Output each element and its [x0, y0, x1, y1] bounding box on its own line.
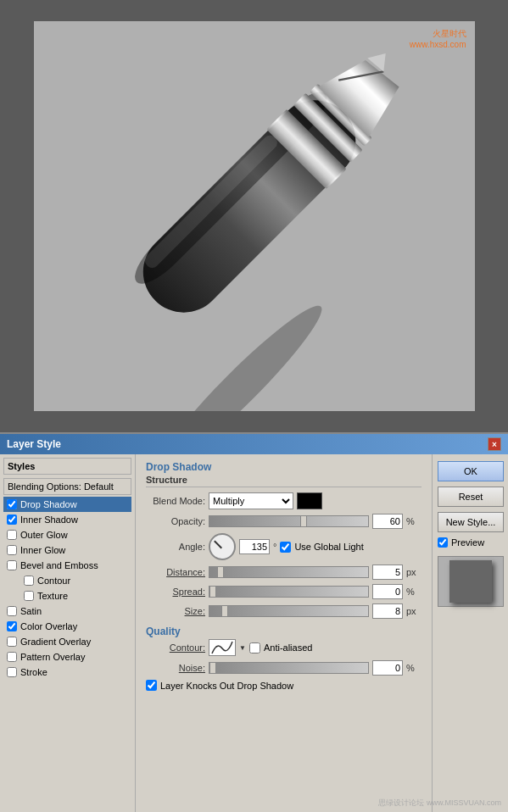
drop-shadow-label: Drop Shadow — [20, 499, 77, 509]
angle-dial[interactable] — [209, 533, 236, 560]
spread-slider-container: % — [209, 584, 421, 599]
angle-value-input[interactable] — [239, 539, 270, 554]
distance-slider-container: px — [209, 565, 421, 580]
inner-shadow-checkbox[interactable] — [7, 514, 17, 525]
drop-shadow-checkbox[interactable] — [7, 499, 17, 509]
close-button[interactable]: × — [488, 437, 501, 451]
satin-checkbox[interactable] — [7, 606, 17, 616]
layer-knocks-checkbox[interactable] — [146, 680, 157, 691]
style-item-contour[interactable]: Contour — [3, 573, 131, 588]
inner-glow-checkbox[interactable] — [7, 545, 17, 555]
angle-label: Angle: — [146, 542, 205, 552]
style-item-pattern-overlay[interactable]: Pattern Overlay — [3, 649, 131, 665]
drop-shadow-section-title: Drop Shadow — [146, 461, 421, 473]
spread-row: Spread: % — [146, 584, 421, 599]
outer-glow-checkbox[interactable] — [7, 530, 17, 540]
outer-glow-label: Outer Glow — [20, 530, 68, 540]
style-item-stroke[interactable]: Stroke — [3, 665, 131, 680]
distance-slider[interactable] — [209, 566, 369, 578]
use-global-light-text: Use Global Light — [294, 542, 363, 552]
style-item-texture[interactable]: Texture — [3, 588, 131, 603]
new-style-button[interactable]: New Style... — [438, 512, 504, 532]
distance-label: Distance: — [146, 567, 205, 577]
style-item-outer-glow[interactable]: Outer Glow — [3, 527, 131, 542]
noise-value-input[interactable] — [372, 660, 403, 676]
contour-label: Contour — [37, 576, 70, 586]
preview-inner — [449, 560, 492, 603]
style-item-inner-glow[interactable]: Inner Glow — [3, 542, 131, 558]
distance-unit: px — [406, 567, 421, 577]
buttons-panel: OK Reset New Style... Preview — [432, 454, 508, 812]
style-item-inner-shadow[interactable]: Inner Shadow — [3, 512, 131, 527]
structure-label: Structure — [146, 475, 421, 487]
angle-row: Angle: ° Use Global Light — [146, 533, 421, 560]
shadow-color-swatch[interactable] — [297, 492, 322, 509]
bevel-emboss-label: Bevel and Emboss — [20, 560, 98, 570]
dialog-title: Layer Style — [7, 438, 61, 450]
noise-slider-container: % — [209, 660, 421, 676]
style-item-color-overlay[interactable]: Color Overlay — [3, 619, 131, 634]
blend-mode-select[interactable]: Multiply Normal Screen Overlay — [209, 492, 293, 509]
blending-options[interactable]: Blending Options: Default — [3, 478, 131, 495]
ok-button[interactable]: OK — [438, 461, 504, 481]
inner-glow-label: Inner Glow — [20, 545, 65, 555]
opacity-slider[interactable] — [209, 515, 369, 527]
stroke-checkbox[interactable] — [7, 667, 17, 677]
spread-value-input[interactable] — [372, 584, 403, 599]
distance-value-input[interactable] — [372, 565, 403, 580]
blend-mode-row: Blend Mode: Multiply Normal Screen Overl… — [146, 492, 421, 509]
gradient-overlay-checkbox[interactable] — [7, 637, 17, 647]
preview-checkbox[interactable] — [438, 537, 448, 548]
canvas-area: 火星时代 www.hxsd.com — [0, 0, 508, 432]
svg-rect-1 — [126, 84, 372, 330]
left-panel: Styles Blending Options: Default Drop Sh… — [0, 454, 136, 812]
style-item-bevel-emboss[interactable]: Bevel and Emboss — [3, 558, 131, 573]
svg-point-0 — [147, 294, 332, 411]
opacity-unit: % — [406, 516, 421, 526]
preview-label[interactable]: Preview — [438, 537, 503, 548]
contour-preview[interactable] — [209, 639, 236, 656]
size-slider[interactable] — [209, 605, 369, 617]
noise-slider[interactable] — [209, 662, 369, 674]
color-overlay-checkbox[interactable] — [7, 621, 17, 631]
anti-alias-checkbox[interactable] — [249, 642, 260, 653]
reset-button[interactable]: Reset — [438, 487, 504, 507]
contour-row: Contour: ▼ Anti-aliased — [146, 639, 421, 656]
quality-title: Quality — [146, 626, 421, 637]
pen-illustration — [34, 21, 475, 411]
styles-label: Styles — [3, 458, 131, 475]
style-item-drop-shadow[interactable]: Drop Shadow — [3, 497, 131, 512]
opacity-value-input[interactable] — [372, 514, 403, 529]
style-item-satin[interactable]: Satin — [3, 603, 131, 619]
size-unit: px — [406, 606, 421, 616]
bevel-emboss-checkbox[interactable] — [7, 560, 17, 570]
satin-label: Satin — [20, 606, 42, 616]
blend-mode-label: Blend Mode: — [146, 496, 205, 506]
size-slider-container: px — [209, 603, 421, 619]
style-item-gradient-overlay[interactable]: Gradient Overlay — [3, 634, 131, 649]
use-global-light-checkbox[interactable] — [280, 542, 291, 553]
pattern-overlay-checkbox[interactable] — [7, 652, 17, 662]
layer-style-dialog: Layer Style × Styles Blending Options: D… — [0, 432, 508, 812]
preview-text: Preview — [451, 537, 484, 548]
spread-unit: % — [406, 587, 421, 597]
noise-label: Noise: — [146, 663, 205, 673]
layer-knocks-label: Layer Knocks Out Drop Shadow — [160, 681, 293, 691]
contour-checkbox[interactable] — [24, 576, 34, 586]
spread-slider[interactable] — [209, 586, 369, 598]
right-panel: Drop Shadow Structure Blend Mode: Multip… — [136, 454, 432, 812]
quality-section: Quality Contour: ▼ Anti-aliased — [146, 626, 421, 691]
dial-indicator — [214, 541, 222, 549]
distance-row: Distance: px — [146, 565, 421, 580]
size-value-input[interactable] — [372, 603, 403, 619]
inner-shadow-label: Inner Shadow — [20, 514, 78, 525]
bottom-watermark: 思绿设计论坛 www.MISSVUAN.com — [378, 798, 501, 809]
contour-dropdown-arrow[interactable]: ▼ — [239, 644, 246, 652]
use-global-light-label[interactable]: Use Global Light — [280, 542, 363, 553]
canvas-inner: 火星时代 www.hxsd.com — [34, 21, 475, 411]
noise-unit: % — [406, 663, 421, 673]
texture-checkbox[interactable] — [24, 591, 34, 601]
size-label: Size: — [146, 606, 205, 616]
anti-alias-label[interactable]: Anti-aliased — [249, 642, 312, 653]
size-row: Size: px — [146, 603, 421, 619]
